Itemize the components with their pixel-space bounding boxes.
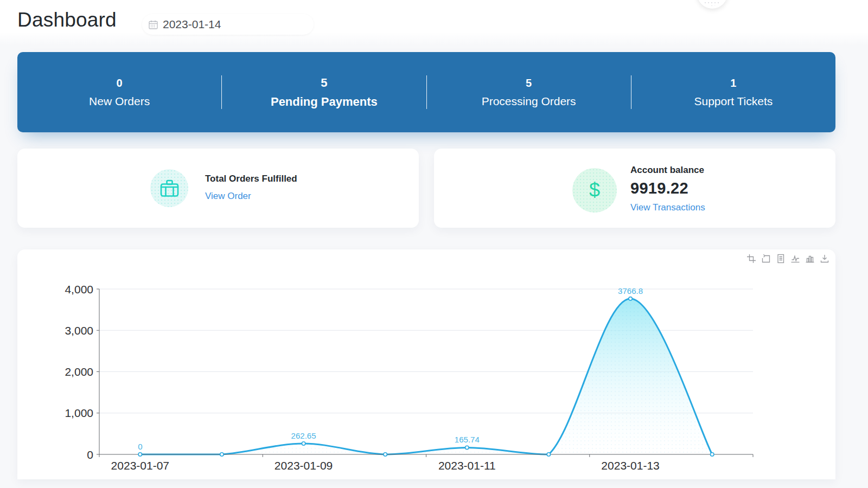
- stat-processing-orders[interactable]: 5 Processing Orders: [427, 76, 631, 108]
- stat-value: 5: [222, 75, 426, 91]
- stat-support-tickets[interactable]: 1 Support Tickets: [631, 76, 835, 108]
- page-header: [0, 0, 868, 46]
- orders-icon-circle: [150, 169, 188, 207]
- date-picker-input[interactable]: 2023-01-14: [142, 14, 314, 35]
- balance-card: $ Account balance 9919.22 View Transacti…: [434, 149, 835, 228]
- svg-text:0: 0: [87, 448, 93, 461]
- svg-text:1,000: 1,000: [65, 407, 93, 419]
- orders-area-chart[interactable]: 01,0002,0003,0004,0002023-01-072023-01-0…: [17, 249, 835, 479]
- stat-label: New Orders: [17, 95, 221, 108]
- stat-value: 5: [427, 76, 631, 90]
- svg-text:262.65: 262.65: [291, 431, 316, 440]
- chart-card: 01,0002,0003,0004,0002023-01-072023-01-0…: [17, 249, 835, 479]
- stat-pending-payments[interactable]: 5 Pending Payments: [222, 75, 426, 110]
- svg-text:0: 0: [138, 442, 142, 451]
- stat-value: 1: [631, 76, 835, 90]
- svg-text:3,000: 3,000: [65, 324, 93, 337]
- date-value: 2023-01-14: [163, 18, 221, 31]
- calendar-icon: [149, 20, 158, 29]
- svg-text:2,000: 2,000: [65, 365, 93, 378]
- stat-new-orders[interactable]: 0 New Orders: [17, 76, 221, 108]
- page-title: Dashboard: [17, 9, 117, 31]
- stat-label: Support Tickets: [631, 95, 835, 108]
- stat-label: Processing Orders: [427, 95, 631, 108]
- svg-text:2023-01-11: 2023-01-11: [438, 459, 496, 472]
- stat-value: 0: [17, 76, 221, 90]
- balance-value: 9919.22: [630, 179, 705, 197]
- svg-text:165.74: 165.74: [455, 435, 480, 444]
- balance-card-title: Account balance: [630, 165, 705, 176]
- orders-card: Total Orders Fulfilled View Order: [17, 149, 419, 228]
- dollar-icon: $: [589, 179, 600, 202]
- briefcase-icon: [159, 179, 180, 197]
- svg-text:2023-01-07: 2023-01-07: [111, 459, 169, 472]
- svg-text:4,000: 4,000: [65, 283, 93, 296]
- svg-text:2023-01-13: 2023-01-13: [601, 459, 659, 472]
- balance-icon-circle: $: [572, 168, 617, 213]
- view-order-link[interactable]: View Order: [205, 191, 251, 202]
- view-transactions-link[interactable]: View Transactions: [630, 202, 705, 213]
- stats-bar: 0 New Orders 5 Pending Payments 5 Proces…: [17, 52, 835, 132]
- orders-card-title: Total Orders Fulfilled: [205, 174, 297, 184]
- svg-text:2023-01-09: 2023-01-09: [275, 459, 333, 472]
- svg-text:3766.8: 3766.8: [618, 286, 643, 296]
- stat-label: Pending Payments: [222, 95, 426, 109]
